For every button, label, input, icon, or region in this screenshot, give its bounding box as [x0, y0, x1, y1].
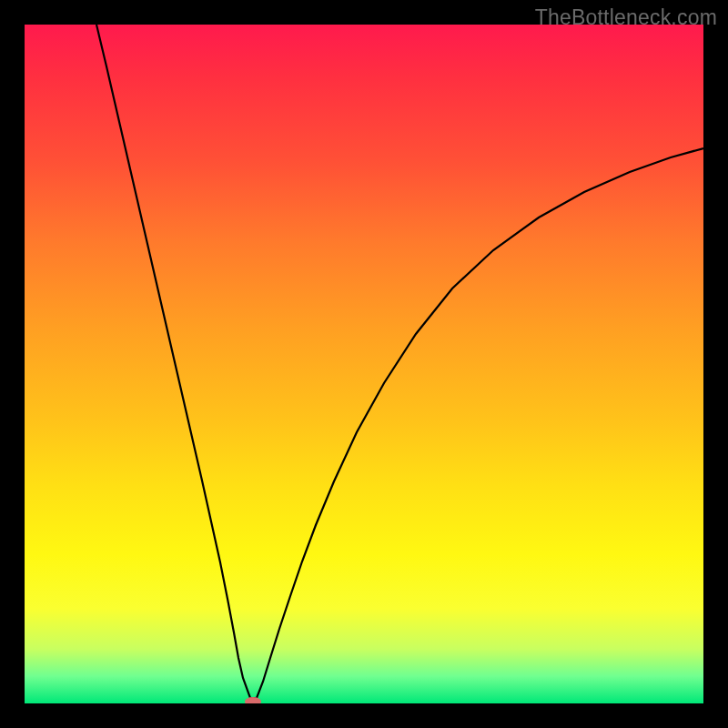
- bottleneck-curve: [96, 25, 703, 698]
- plot-area: [25, 25, 703, 703]
- minimum-marker: [245, 697, 261, 703]
- curve-svg: [25, 25, 703, 703]
- chart-frame: TheBottleneck.com: [0, 0, 728, 728]
